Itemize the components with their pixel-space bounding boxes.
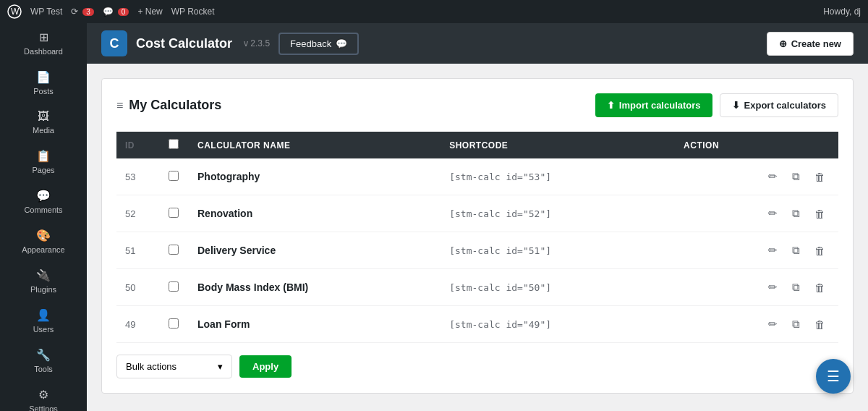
sidebar-item-comments[interactable]: 💬 Comments — [0, 182, 87, 221]
wp-logo-icon: W — [7, 4, 22, 19]
section-title: ≡ My Calculators — [116, 98, 221, 113]
plugins-icon: 🔌 — [36, 268, 51, 282]
sidebar-item-pages[interactable]: 📋 Pages — [0, 142, 87, 182]
duplicate-button-53[interactable]: ⧉ — [788, 167, 804, 186]
calc-checkbox-cell — [160, 195, 189, 232]
feedback-icon: 💬 — [336, 38, 347, 49]
table-row: 50 Body Mass Index (BMI) [stm-calc id="5… — [116, 269, 838, 306]
section-title-icon: ≡ — [116, 99, 123, 112]
rocket-item[interactable]: WP Rocket — [171, 7, 215, 17]
export-calculators-button[interactable]: ⬇ Export calculators — [720, 93, 838, 117]
delete-button-49[interactable]: 🗑 — [810, 315, 830, 334]
sidebar-item-label: Posts — [33, 87, 54, 96]
users-icon: 👤 — [36, 308, 51, 322]
delete-button-53[interactable]: 🗑 — [810, 167, 830, 186]
feedback-label: Feedback — [290, 38, 331, 49]
calc-checkbox-53[interactable] — [169, 171, 179, 181]
calc-checkbox-cell — [160, 158, 189, 195]
calc-checkbox-52[interactable] — [169, 208, 179, 218]
calc-checkbox-49[interactable] — [169, 318, 179, 329]
table-row: 53 Photography [stm-calc id="53"] ✏ ⧉ 🗑 — [116, 158, 838, 195]
appearance-icon: 🎨 — [36, 229, 51, 242]
create-new-label: Create new — [791, 38, 841, 49]
select-all-checkbox[interactable] — [169, 139, 179, 149]
feedback-button[interactable]: Feedback 💬 — [278, 33, 359, 55]
create-new-button[interactable]: ⊕ Create new — [767, 32, 854, 56]
import-label: Import calculators — [619, 100, 701, 111]
bulk-actions-select[interactable]: Bulk actions ▾ — [116, 355, 232, 378]
apply-button[interactable]: Apply — [239, 355, 292, 378]
action-buttons: ✏ ⧉ 🗑 — [684, 167, 830, 186]
sidebar-item-label: Dashboard — [24, 47, 63, 56]
col-shortcode: SHORTCODE — [441, 132, 675, 158]
table-row: 52 Renovation [stm-calc id="52"] ✏ ⧉ 🗑 — [116, 195, 838, 232]
fab-button[interactable]: ☰ — [816, 359, 851, 394]
edit-button-50[interactable]: ✏ — [764, 278, 782, 297]
sidebar-item-tools[interactable]: 🔧 Tools — [0, 341, 87, 381]
admin-bar: W WP Test ⟳ 3 💬 0 + New WP Rocket Howdy,… — [0, 0, 868, 23]
col-checkbox — [160, 132, 189, 158]
chevron-down-icon: ▾ — [218, 361, 223, 372]
export-icon: ⬇ — [732, 100, 740, 111]
edit-button-51[interactable]: ✏ — [764, 241, 782, 260]
tools-icon: 🔧 — [36, 348, 51, 362]
calc-checkbox-cell — [160, 232, 189, 269]
sidebar-item-posts[interactable]: 📄 Posts — [0, 63, 87, 103]
updates-icon: ⟳ — [71, 7, 78, 17]
import-calculators-button[interactable]: ⬆ Import calculators — [595, 93, 712, 117]
export-label: Export calculators — [744, 100, 826, 111]
sidebar-item-label: Settings — [29, 404, 58, 411]
calculators-table: ID CALCULATOR NAME SHORTCODE ACTION 53 — [116, 132, 838, 343]
greeting: Howdy, dj — [823, 7, 861, 17]
table-row: 49 Loan Form [stm-calc id="49"] ✏ ⧉ 🗑 — [116, 306, 838, 343]
calc-actions: ✏ ⧉ 🗑 — [675, 195, 838, 232]
sidebar-item-plugins[interactable]: 🔌 Plugins — [0, 261, 87, 301]
main-card: ≡ My Calculators ⬆ Import calculators ⬇ … — [101, 78, 854, 394]
duplicate-button-51[interactable]: ⧉ — [788, 241, 804, 260]
calc-actions: ✏ ⧉ 🗑 — [675, 269, 838, 306]
fab-icon: ☰ — [827, 368, 840, 385]
sidebar-item-users[interactable]: 👤 Users — [0, 301, 87, 341]
updates-item[interactable]: ⟳ 3 — [71, 7, 94, 17]
sidebar-item-label: Comments — [24, 206, 62, 214]
plugin-header: C Cost Calculator v 2.3.5 Feedback 💬 ⊕ C… — [87, 23, 868, 64]
sidebar: ⊞ Dashboard 📄 Posts 🖼 Media 📋 Pages 💬 Co… — [0, 23, 87, 411]
calc-checkbox-50[interactable] — [169, 281, 179, 292]
sidebar-item-label: Pages — [32, 166, 54, 174]
duplicate-button-52[interactable]: ⧉ — [788, 204, 804, 223]
updates-badge: 3 — [82, 8, 94, 16]
settings-icon: ⚙ — [38, 388, 48, 402]
sidebar-item-label: Appearance — [22, 245, 64, 254]
duplicate-button-49[interactable]: ⧉ — [788, 315, 804, 334]
comments-badge: 0 — [118, 8, 129, 16]
action-buttons: ✏ ⧉ 🗑 — [684, 241, 830, 260]
delete-button-51[interactable]: 🗑 — [810, 241, 830, 260]
delete-button-50[interactable]: 🗑 — [810, 278, 830, 297]
calc-name: Renovation — [189, 195, 441, 232]
calc-checkbox-cell — [160, 269, 189, 306]
plugin-title: Cost Calculator — [136, 36, 232, 51]
media-icon: 🖼 — [38, 110, 49, 123]
site-name[interactable]: WP Test — [30, 7, 62, 17]
calc-id: 49 — [116, 306, 160, 343]
new-item[interactable]: + New — [137, 7, 162, 17]
sidebar-item-appearance[interactable]: 🎨 Appearance — [0, 221, 87, 261]
delete-button-52[interactable]: 🗑 — [810, 204, 830, 223]
calc-checkbox-51[interactable] — [169, 245, 179, 255]
edit-button-49[interactable]: ✏ — [764, 315, 782, 334]
sidebar-item-label: Plugins — [30, 285, 56, 294]
content-area: ≡ My Calculators ⬆ Import calculators ⬇ … — [87, 64, 868, 408]
plugin-logo: C — [101, 30, 127, 56]
duplicate-button-50[interactable]: ⧉ — [788, 278, 804, 297]
sidebar-item-media[interactable]: 🖼 Media — [0, 103, 87, 142]
comments-item[interactable]: 💬 0 — [103, 7, 129, 17]
sidebar-item-settings[interactable]: ⚙ Settings — [0, 381, 87, 411]
edit-button-52[interactable]: ✏ — [764, 204, 782, 223]
calc-shortcode: [stm-calc id="52"] — [441, 195, 675, 232]
calc-name: Loan Form — [189, 306, 441, 343]
edit-button-53[interactable]: ✏ — [764, 167, 782, 186]
section-actions: ⬆ Import calculators ⬇ Export calculator… — [595, 93, 838, 117]
action-buttons: ✏ ⧉ 🗑 — [684, 278, 830, 297]
calc-id: 53 — [116, 158, 160, 195]
sidebar-item-dashboard[interactable]: ⊞ Dashboard — [0, 23, 87, 63]
